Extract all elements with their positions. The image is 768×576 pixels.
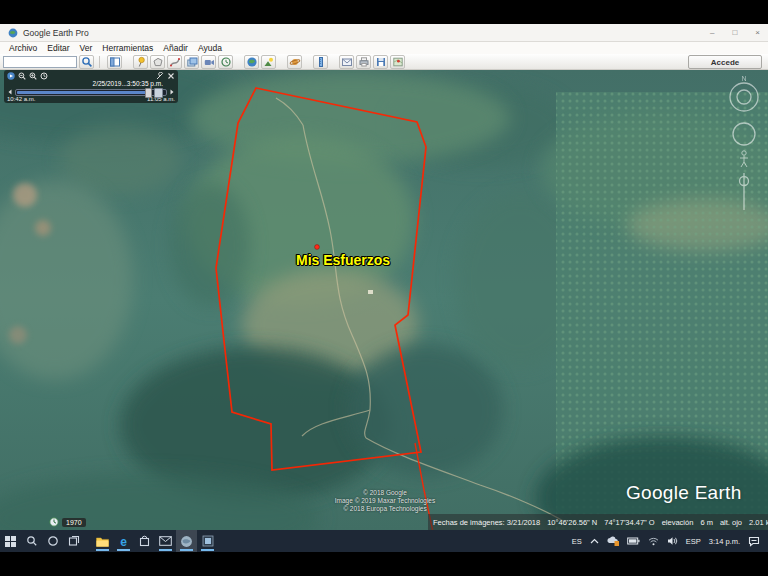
copyright-line: © 2018 Google <box>293 489 477 497</box>
desktop-screen: Google Earth Pro – □ × Archivo Editar Ve… <box>0 0 768 576</box>
save-image-button[interactable] <box>373 55 388 69</box>
step-forward-icon[interactable] <box>169 89 175 95</box>
onedrive-icon[interactable] <box>607 536 619 546</box>
task-view-icon <box>68 535 80 547</box>
earth-icon <box>246 56 258 68</box>
battery-icon[interactable] <box>627 537 640 545</box>
search-input[interactable] <box>3 56 77 68</box>
view-in-google-maps-button[interactable] <box>390 55 405 69</box>
action-center-icon[interactable] <box>748 536 760 547</box>
earth-view-button[interactable] <box>244 55 259 69</box>
menu-item-archivo[interactable]: Archivo <box>4 43 42 53</box>
search-icon <box>26 535 38 547</box>
cortana-button[interactable] <box>42 530 63 552</box>
placemark-dot[interactable] <box>315 245 320 250</box>
file-explorer-icon <box>96 536 109 547</box>
time-zoom-in-icon[interactable] <box>29 72 37 80</box>
time-zoom-out-icon[interactable] <box>18 72 26 80</box>
time-slider-panel: 2/25/2019...3:50:35 p.m. 10:42 a.m. 11:0… <box>4 70 178 103</box>
taskbar-app-edge[interactable]: e <box>113 530 134 552</box>
add-image-overlay-button[interactable] <box>184 55 199 69</box>
running-indicator <box>180 549 193 551</box>
google-earth-app-icon <box>180 535 193 548</box>
record-tour-button[interactable] <box>201 55 216 69</box>
close-button[interactable]: × <box>755 29 760 37</box>
save-image-icon <box>375 56 387 68</box>
sunlight-button[interactable] <box>261 55 276 69</box>
longitude-readout: 74°17'34.47" O <box>604 518 654 527</box>
add-path-button[interactable] <box>167 55 182 69</box>
time-slider-range <box>17 91 146 94</box>
running-indicator <box>159 549 172 551</box>
running-indicator <box>96 549 109 551</box>
tray-language-indicator[interactable]: ES <box>572 537 582 546</box>
speaker-volume-icon[interactable] <box>667 536 678 546</box>
add-polygon-button[interactable] <box>150 55 165 69</box>
toolbar: Accede <box>0 54 768 70</box>
menu-item-ver[interactable]: Ver <box>75 43 98 53</box>
taskbar-search-button[interactable] <box>21 530 42 552</box>
taskbar-app-google-earth[interactable] <box>176 530 197 552</box>
close-time-slider-icon[interactable] <box>167 72 175 80</box>
print-button[interactable] <box>356 55 371 69</box>
taskbar-app-mail[interactable] <box>155 530 176 552</box>
toggle-sidebar-button[interactable] <box>107 55 122 69</box>
menu-item-anadir[interactable]: Añadir <box>158 43 193 53</box>
maximize-button[interactable]: □ <box>732 29 737 37</box>
oldest-imagery-year: 1970 <box>62 518 86 527</box>
ruler-icon <box>315 56 327 68</box>
task-view-button[interactable] <box>63 530 84 552</box>
svg-text:e: e <box>120 535 127 548</box>
historical-imagery-badge[interactable]: 1970 <box>49 517 86 527</box>
sun-icon <box>263 56 275 68</box>
time-settings-wrench-icon[interactable] <box>156 72 164 80</box>
menu-item-editar[interactable]: Editar <box>42 43 74 53</box>
historical-imagery-button[interactable] <box>218 55 233 69</box>
search-button[interactable] <box>79 55 94 69</box>
email-icon <box>341 56 353 68</box>
cortana-circle-icon <box>47 535 59 547</box>
tray-keyboard-layout[interactable]: ESP <box>686 537 701 546</box>
email-button[interactable] <box>339 55 354 69</box>
step-back-icon[interactable] <box>7 89 13 95</box>
time-slider-handle-start[interactable] <box>145 88 152 98</box>
tour-camera-icon <box>203 56 215 68</box>
time-slider-handle-end[interactable] <box>154 88 163 98</box>
tray-clock[interactable]: 3:14 p.m. <box>709 537 740 546</box>
satellite-imagery: N <box>0 70 768 530</box>
imagery-date: Fechas de imágenes: 3/21/2018 <box>433 518 540 527</box>
running-indicator <box>201 549 214 551</box>
sign-in-button[interactable]: Accede <box>688 55 762 69</box>
tray-overflow-chevron-icon[interactable] <box>590 538 599 544</box>
planets-button[interactable] <box>287 55 302 69</box>
clock-icon <box>220 56 232 68</box>
time-slider-current-time: 2/25/2019...3:50:35 p.m. <box>7 80 175 88</box>
map-viewport[interactable]: N <box>0 70 768 530</box>
system-tray: ES ESP 3:14 p.m. <box>572 536 768 547</box>
time-slider-track[interactable] <box>15 89 167 96</box>
play-animation-icon[interactable] <box>7 72 15 80</box>
eye-altitude-label: alt. ojo <box>720 518 742 527</box>
menu-item-herramientas[interactable]: Herramientas <box>97 43 158 53</box>
start-button[interactable] <box>0 530 21 552</box>
reset-time-clock-icon[interactable] <box>40 72 48 80</box>
minimize-button[interactable]: – <box>710 29 714 37</box>
elevation-value: 6 m <box>700 518 713 527</box>
menu-item-ayuda[interactable]: Ayuda <box>193 43 227 53</box>
map-copyright: © 2018 Google Image © 2019 Maxar Technol… <box>293 489 477 513</box>
path-icon <box>169 56 181 68</box>
elevation-label: elevación <box>662 518 694 527</box>
network-wifi-icon[interactable] <box>648 537 659 546</box>
add-placemark-button[interactable] <box>133 55 148 69</box>
taskbar-app-photos[interactable] <box>197 530 218 552</box>
photos-app-icon <box>202 535 214 547</box>
placemark-label[interactable]: Mis Esfuerzos <box>296 252 390 268</box>
ruler-button[interactable] <box>313 55 328 69</box>
windows-taskbar: e <box>0 530 768 552</box>
taskbar-app-store[interactable] <box>134 530 155 552</box>
polygon-icon <box>152 56 164 68</box>
edge-browser-icon: e <box>117 535 130 548</box>
windows-logo-icon <box>5 536 16 547</box>
time-range-start-label: 10:42 a.m. <box>7 96 35 103</box>
taskbar-app-file-explorer[interactable] <box>92 530 113 552</box>
